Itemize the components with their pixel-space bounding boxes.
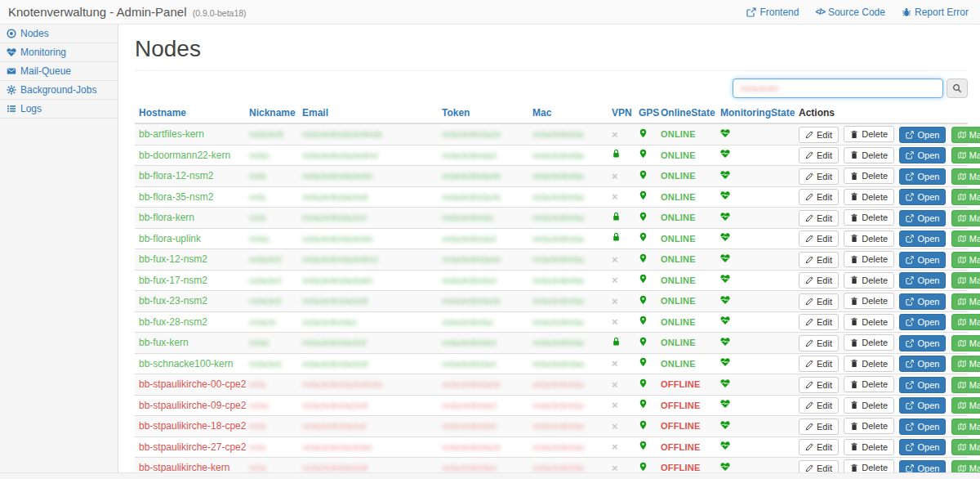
sidebar-item-mail-queue[interactable]: Mail-Queue: [0, 62, 118, 81]
delete-button[interactable]: Delete: [844, 209, 894, 226]
map-button[interactable]: Map: [951, 419, 980, 435]
map-marker-icon: [639, 274, 648, 284]
delete-button[interactable]: Delete: [844, 356, 894, 372]
source-code-link[interactable]: </> Source Code: [815, 7, 885, 18]
report-error-link[interactable]: Report Error: [902, 7, 969, 18]
edit-button[interactable]: Edit: [799, 272, 839, 289]
edit-button[interactable]: Edit: [799, 335, 839, 351]
delete-button[interactable]: Delete: [844, 231, 894, 247]
map-button[interactable]: Map: [951, 293, 980, 310]
edit-button[interactable]: Edit: [799, 397, 839, 414]
col-header-monitoringstate[interactable]: MonitoringState: [716, 105, 795, 123]
token-redacted: redactedredacte: [442, 171, 501, 181]
edit-button[interactable]: Edit: [799, 377, 839, 393]
external-link-icon: [906, 276, 914, 284]
col-header-onlinestate[interactable]: OnlineState: [657, 105, 716, 123]
open-button[interactable]: Open: [899, 397, 946, 414]
delete-button[interactable]: Delete: [844, 293, 894, 309]
delete-button[interactable]: Delete: [844, 314, 894, 330]
map-button[interactable]: Map: [951, 168, 980, 185]
open-button[interactable]: Open: [899, 377, 946, 393]
edit-button[interactable]: Edit: [799, 147, 839, 163]
delete-button-label: Delete: [862, 337, 888, 348]
open-button[interactable]: Open: [899, 147, 946, 163]
open-button[interactable]: Open: [899, 168, 946, 185]
delete-button[interactable]: Delete: [844, 376, 894, 392]
open-button[interactable]: Open: [899, 356, 946, 372]
col-header-token[interactable]: Token: [438, 105, 528, 123]
map-button[interactable]: Map: [951, 252, 980, 268]
delete-button[interactable]: Delete: [844, 334, 894, 351]
sidebar-item-nodes[interactable]: Nodes: [0, 25, 118, 43]
delete-button-label: Delete: [862, 233, 888, 244]
open-button[interactable]: Open: [899, 314, 946, 330]
frontend-link[interactable]: Frontend: [746, 7, 799, 18]
col-header-vpn[interactable]: VPN: [608, 105, 635, 123]
search-input[interactable]: redactedre: [733, 78, 943, 98]
delete-button[interactable]: Delete: [844, 272, 894, 289]
open-button[interactable]: Open: [899, 419, 946, 435]
open-button[interactable]: Open: [899, 210, 946, 226]
open-button[interactable]: Open: [899, 335, 946, 351]
delete-button[interactable]: Delete: [844, 397, 894, 414]
delete-button-label: Delete: [862, 358, 888, 369]
map-button[interactable]: Map: [951, 356, 980, 372]
map-button[interactable]: Map: [951, 147, 980, 163]
edit-button[interactable]: Edit: [799, 419, 839, 435]
sidebar-item-monitoring[interactable]: Monitoring: [0, 43, 118, 62]
online-state-text: ONLINE: [661, 150, 696, 160]
map-button[interactable]: Map: [951, 231, 980, 247]
map-button[interactable]: Map: [951, 397, 980, 414]
open-button[interactable]: Open: [899, 272, 946, 289]
map-button[interactable]: Map: [951, 335, 980, 351]
lock-icon: [612, 149, 621, 159]
edit-button[interactable]: Edit: [799, 168, 839, 185]
delete-button[interactable]: Delete: [844, 147, 894, 163]
open-button[interactable]: Open: [899, 439, 946, 455]
edit-button[interactable]: Edit: [799, 127, 839, 143]
edit-button[interactable]: Edit: [799, 210, 839, 226]
delete-button[interactable]: Delete: [844, 418, 894, 434]
edit-button[interactable]: Edit: [799, 314, 839, 330]
open-button[interactable]: Open: [899, 127, 946, 143]
nickname-redacted: redacted: [249, 296, 281, 306]
open-button[interactable]: Open: [899, 293, 946, 310]
edit-button[interactable]: Edit: [799, 293, 839, 310]
nodes-table: Hostname Nickname Email Token Mac VPN GP…: [135, 105, 968, 479]
heartbeat-icon: [720, 212, 730, 222]
sidebar-item-background-jobs[interactable]: Background-Jobs: [0, 81, 118, 100]
map-button[interactable]: Map: [951, 127, 980, 143]
open-button-label: Open: [917, 275, 939, 286]
delete-button[interactable]: Delete: [844, 439, 894, 455]
open-button-label: Open: [917, 421, 939, 432]
col-header-hostname[interactable]: Hostname: [135, 105, 245, 123]
col-header-email[interactable]: Email: [298, 105, 438, 123]
open-button[interactable]: Open: [899, 231, 946, 247]
edit-button[interactable]: Edit: [799, 439, 839, 455]
open-button[interactable]: Open: [899, 252, 946, 268]
edit-button[interactable]: Edit: [799, 356, 839, 372]
col-header-nickname[interactable]: Nickname: [245, 105, 298, 123]
delete-button[interactable]: Delete: [844, 126, 894, 142]
trash-icon: [850, 130, 858, 139]
email-redacted: redactedredactedr: [302, 463, 368, 472]
delete-button[interactable]: Delete: [844, 168, 894, 184]
map-button[interactable]: Map: [951, 439, 980, 455]
map-icon: [958, 276, 966, 284]
col-header-gps[interactable]: GPS: [635, 105, 657, 123]
open-button[interactable]: Open: [899, 189, 946, 205]
map-button[interactable]: Map: [951, 272, 980, 289]
map-button[interactable]: Map: [951, 314, 980, 330]
map-button[interactable]: Map: [951, 377, 980, 393]
delete-button[interactable]: Delete: [844, 189, 894, 205]
edit-button[interactable]: Edit: [799, 189, 839, 205]
delete-button[interactable]: Delete: [844, 251, 894, 267]
sidebar-item-logs[interactable]: Logs: [0, 100, 118, 119]
col-header-mac[interactable]: Mac: [528, 105, 608, 123]
edit-button[interactable]: Edit: [799, 231, 839, 247]
email-redacted: redactedredactedr: [302, 192, 368, 202]
map-button[interactable]: Map: [951, 210, 980, 226]
search-button[interactable]: [947, 78, 968, 98]
edit-button[interactable]: Edit: [799, 252, 839, 268]
map-button[interactable]: Map: [951, 189, 980, 205]
